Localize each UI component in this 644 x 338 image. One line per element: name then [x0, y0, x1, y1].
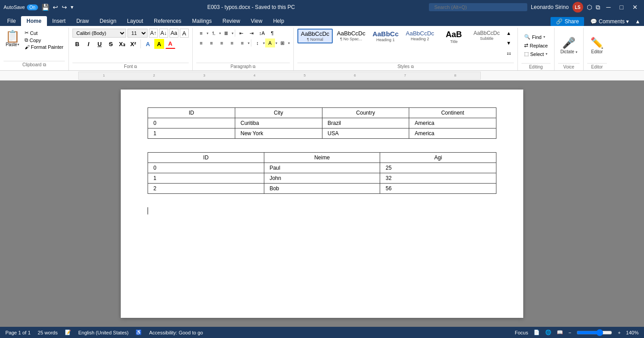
tab-references[interactable]: References [148, 16, 186, 26]
font-name-select[interactable]: Calibri (Body) [72, 29, 126, 38]
tab-design[interactable]: Design [94, 16, 122, 26]
strikethrough-button[interactable]: S [106, 39, 116, 49]
tab-layout[interactable]: Layout [122, 16, 148, 26]
view-icon-read[interactable]: 📖 [557, 329, 563, 335]
styles-expand[interactable]: ⚏ [504, 48, 514, 57]
style-normal[interactable]: AaBbCcDc ¶ Normal [297, 29, 333, 43]
zoom-in-icon[interactable]: + [618, 330, 620, 335]
multilevel-arrow[interactable]: ▾ [232, 31, 233, 35]
numbering-button[interactable]: ⒈ [209, 29, 219, 38]
show-marks-button[interactable]: ¶ [267, 29, 277, 38]
align-left-button[interactable]: ≡ [196, 39, 206, 47]
bullets-arrow[interactable]: ▾ [207, 31, 208, 35]
text-effects-button[interactable]: A [143, 39, 153, 49]
clipboard-expand-icon[interactable]: ⧉ [43, 62, 46, 67]
shading-button[interactable]: A [265, 39, 275, 47]
view-icon-print[interactable]: 📄 [534, 329, 540, 335]
tab-view[interactable]: View [246, 16, 268, 26]
focus-label[interactable]: Focus [515, 330, 528, 335]
format-painter-button[interactable]: 🖌 Format Painter [23, 44, 65, 50]
document-area[interactable]: ID City Country Continent 0 Curitiba Bra… [0, 81, 644, 327]
font-shrink-button[interactable]: A↓ [159, 29, 168, 38]
paste-dropdown-arrow[interactable]: ▾ [17, 43, 19, 47]
redo-icon[interactable]: ↪ [62, 4, 67, 11]
font-color-button[interactable]: A [165, 39, 175, 49]
font-size-select[interactable]: 11 [127, 29, 148, 38]
tab-review[interactable]: Review [217, 16, 246, 26]
language[interactable]: English (United States) [78, 330, 129, 335]
styles-scroll-up[interactable]: ▲ [504, 29, 514, 38]
style-heading1[interactable]: AaBbCc Heading 1 [369, 29, 402, 43]
paste-button[interactable]: 📋 Paste ▾ [4, 30, 21, 48]
tab-help[interactable]: Help [268, 16, 290, 26]
shading-arrow[interactable]: ▾ [275, 41, 277, 45]
dictate-button[interactable]: 🎤 Dictate ▾ [558, 35, 580, 56]
cut-button[interactable]: ✂ Cut [23, 30, 65, 36]
paragraph-expand-icon[interactable]: ⧉ [253, 64, 255, 69]
zoom-out-icon[interactable]: − [568, 330, 571, 335]
clear-format-button[interactable]: A [180, 29, 189, 38]
bold-button[interactable]: B [72, 39, 82, 49]
zoom-slider[interactable] [576, 329, 612, 336]
tab-mailings[interactable]: Mailings [186, 16, 217, 26]
view-icon-web[interactable]: 🌐 [545, 329, 551, 335]
styles-scroll-down[interactable]: ▼ [504, 39, 514, 47]
select-button[interactable]: ⬚ Select ▾ [521, 50, 551, 58]
justify-button[interactable]: ≡ [227, 39, 237, 47]
borders-button[interactable]: ⊞ [278, 39, 288, 47]
zoom-level[interactable]: 140% [626, 330, 639, 335]
comments-button[interactable]: 💬 Comments ▾ [586, 17, 633, 26]
bullets-button[interactable]: ≡ [196, 29, 206, 38]
find-button[interactable]: 🔍 Find ▾ [521, 33, 551, 41]
align-arrow[interactable]: ▾ [248, 41, 250, 45]
cursor-position[interactable] [148, 207, 496, 216]
share-icon[interactable]: ⬡ [587, 4, 592, 11]
style-subtitle[interactable]: AaBbCcDc Subtitle [470, 29, 503, 42]
restore-icon[interactable]: ⧉ [596, 4, 600, 11]
sort-button[interactable]: ↕A [257, 29, 267, 38]
align-center-button[interactable]: ≡ [207, 39, 216, 47]
autosave-toggle[interactable]: On [27, 4, 38, 10]
style-no-spacing[interactable]: AaBbCcDc ¶ No Spac... [334, 29, 369, 43]
close-button[interactable]: ✕ [630, 4, 640, 11]
copy-button[interactable]: ⧉ Copy [23, 37, 65, 43]
align-other-button[interactable]: ≡ [237, 39, 247, 47]
superscript-button[interactable]: X² [128, 39, 138, 49]
find-arrow[interactable]: ▾ [543, 35, 545, 39]
numbering-arrow[interactable]: ▾ [219, 31, 221, 35]
autosave-control[interactable]: AutoSave On [4, 4, 38, 10]
style-title[interactable]: AaB Title [438, 29, 470, 45]
increase-indent-button[interactable]: ⇥ [247, 29, 257, 38]
avatar[interactable]: LS [572, 2, 583, 13]
accessibility-status[interactable]: Accessibility: Good to go [149, 330, 203, 335]
decrease-indent-button[interactable]: ⇤ [237, 29, 246, 38]
tab-home[interactable]: Home [21, 16, 47, 26]
tab-file[interactable]: File [2, 16, 21, 26]
multilevel-button[interactable]: ≣ [221, 29, 231, 38]
replace-button[interactable]: ⇄ Replace [521, 42, 551, 49]
font-expand-icon[interactable]: ⧉ [134, 64, 137, 69]
minimize-button[interactable]: ─ [604, 4, 614, 11]
underline-button[interactable]: U [95, 39, 105, 49]
font-case-button[interactable]: Aa [169, 29, 178, 38]
dictate-arrow[interactable]: ▾ [576, 50, 577, 54]
style-heading2[interactable]: AaBbCcDc Heading 2 [402, 29, 437, 43]
maximize-button[interactable]: □ [617, 4, 626, 11]
styles-expand-icon[interactable]: ⧉ [411, 64, 414, 69]
share-button[interactable]: 🔗 Share [551, 17, 584, 26]
collapse-ribbon-icon[interactable]: ▲ [635, 18, 640, 25]
tab-draw[interactable]: Draw [71, 16, 94, 26]
line-spacing-arrow[interactable]: ▾ [263, 41, 265, 45]
editor-button[interactable]: ✏️ Editor [587, 35, 607, 56]
undo-icon[interactable]: ↩ [53, 4, 58, 11]
highlight-button[interactable]: A [154, 39, 164, 49]
align-right-button[interactable]: ≡ [217, 39, 227, 47]
search-input[interactable] [429, 3, 527, 11]
italic-button[interactable]: I [84, 39, 93, 49]
tab-insert[interactable]: Insert [47, 16, 71, 26]
font-grow-button[interactable]: A↑ [149, 29, 158, 38]
borders-arrow[interactable]: ▾ [288, 41, 290, 45]
subscript-button[interactable]: X₂ [117, 39, 127, 49]
select-arrow[interactable]: ▾ [546, 52, 547, 56]
save-icon[interactable]: 💾 [42, 4, 49, 11]
